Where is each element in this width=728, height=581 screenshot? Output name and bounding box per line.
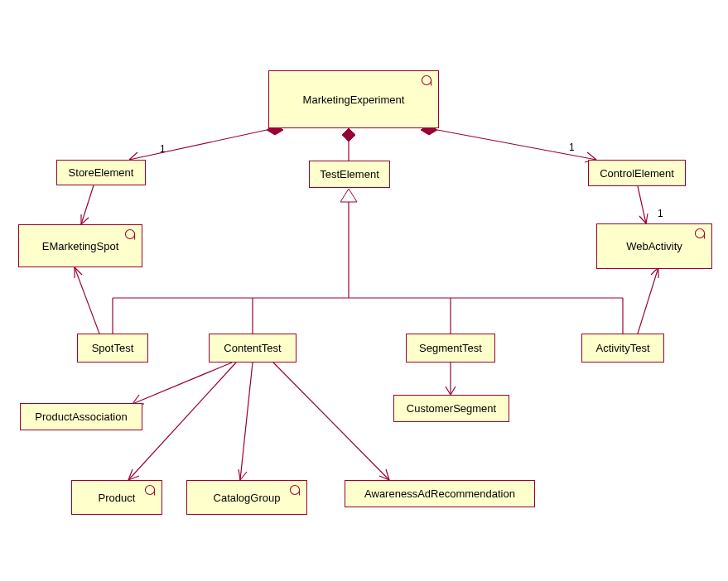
multiplicity-web-activity: 1 (658, 208, 663, 219)
class-control-element[interactable]: ControlElement (588, 160, 686, 186)
class-marketing-experiment[interactable]: MarketingExperiment (268, 70, 439, 128)
svg-line-40 (240, 472, 247, 480)
svg-line-14 (639, 216, 646, 223)
class-segment-test[interactable]: SegmentTest (406, 334, 495, 363)
class-awareness-ad-recommendation[interactable]: AwarenessAdRecommendation (345, 480, 535, 507)
svg-line-39 (239, 469, 240, 480)
svg-line-25 (75, 267, 82, 275)
class-spot-test[interactable]: SpotTest (77, 334, 148, 363)
class-activity-test[interactable]: ActivityTest (581, 334, 664, 363)
active-class-icon (143, 483, 157, 497)
svg-line-15 (646, 214, 648, 223)
svg-marker-4 (342, 128, 355, 142)
class-label: ActivityTest (595, 342, 649, 354)
class-content-test[interactable]: ContentTest (209, 334, 297, 363)
class-customer-segment[interactable]: CustomerSegment (393, 395, 509, 422)
svg-line-31 (451, 387, 456, 395)
active-class-icon (123, 228, 137, 241)
svg-line-41 (273, 363, 389, 480)
class-emarketing-spot[interactable]: EMarketingSpot (18, 224, 142, 267)
class-label: StoreElement (69, 166, 134, 179)
svg-line-10 (81, 185, 94, 224)
class-catalog-group[interactable]: CatalogGroup (186, 480, 307, 515)
class-web-activity[interactable]: WebActivity (596, 223, 712, 269)
active-class-icon (420, 74, 433, 87)
svg-line-30 (446, 387, 451, 395)
active-class-icon (693, 227, 706, 240)
svg-line-8 (587, 152, 596, 160)
class-label: EMarketingSpot (42, 240, 119, 252)
svg-line-2 (129, 152, 137, 160)
class-label: ContentTest (224, 342, 281, 354)
class-label: SegmentTest (419, 342, 482, 354)
class-label: ControlElement (600, 167, 674, 180)
class-label: ProductAssociation (35, 411, 127, 423)
multiplicity-control-element: 1 (569, 142, 575, 153)
class-product-association[interactable]: ProductAssociation (20, 403, 142, 430)
svg-point-48 (695, 228, 704, 238)
svg-line-36 (128, 469, 133, 480)
svg-line-23 (75, 267, 99, 334)
class-label: CustomerSegment (407, 402, 496, 415)
svg-marker-16 (340, 189, 357, 202)
active-class-icon (288, 483, 301, 497)
multiplicity-store-element: 1 (160, 143, 166, 155)
svg-point-46 (125, 229, 134, 238)
class-test-element[interactable]: TestElement (309, 161, 390, 188)
svg-line-26 (638, 267, 658, 334)
svg-point-50 (145, 485, 154, 494)
svg-line-32 (133, 363, 232, 404)
class-label: TestElement (320, 168, 379, 180)
uml-canvas: MarketingExperiment StoreElement TestEle… (0, 0, 728, 581)
class-label: AwarenessAdRecommendation (364, 487, 515, 500)
svg-line-13 (638, 186, 646, 223)
svg-point-52 (290, 485, 299, 494)
class-label: WebActivity (626, 240, 682, 252)
svg-line-35 (128, 363, 236, 480)
svg-line-43 (386, 469, 389, 480)
class-label: CatalogGroup (214, 492, 281, 504)
class-product[interactable]: Product (71, 480, 162, 515)
svg-line-12 (81, 218, 89, 224)
class-label: MarketingExperiment (303, 94, 405, 106)
svg-point-44 (422, 75, 431, 84)
class-label: SpotTest (92, 342, 134, 354)
class-store-element[interactable]: StoreElement (56, 160, 146, 185)
svg-line-1 (129, 130, 267, 160)
class-label: Product (99, 492, 136, 504)
svg-line-38 (240, 363, 253, 480)
